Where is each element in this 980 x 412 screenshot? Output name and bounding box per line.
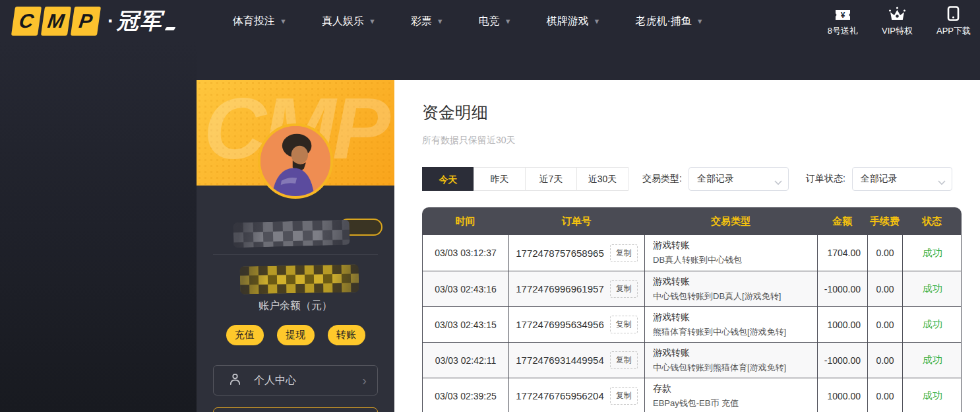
transaction-type-select[interactable]: 全部记录 <box>689 167 789 191</box>
date-range-tabs: 今天 昨天 近7天 近30天 <box>422 167 628 191</box>
order-number: 1772476996961957 <box>516 283 603 294</box>
copy-button[interactable]: 复制 <box>610 316 638 333</box>
table-header-row: 时间 订单号 交易类型 金额 手续费 状态 <box>422 207 962 235</box>
order-number: 1772476931449954 <box>516 355 603 366</box>
nav-item-label: 电竞 <box>479 15 500 28</box>
tab-today[interactable]: 今天 <box>422 167 474 191</box>
status-badge: 成功 <box>903 271 962 306</box>
nav-item-esports[interactable]: 电竞 ▼ <box>479 15 512 28</box>
chevron-down-icon <box>938 177 946 188</box>
cell-amount: -1000.00 <box>818 343 868 378</box>
table-row: 03/03 02:43:15 1772476995634956 复制 游戏转账 … <box>423 306 961 342</box>
logo-letter-box: M <box>41 7 71 36</box>
chevron-down-icon: ▼ <box>594 18 601 25</box>
cell-fee: 0.00 <box>868 378 903 412</box>
cell-type: 游戏转账 DB真人转账到中心钱包 <box>645 235 818 271</box>
column-header-amount: 金额 <box>817 207 867 235</box>
transaction-type: 游戏转账 <box>653 347 809 359</box>
cell-order-no: 1772476996961957 复制 <box>509 271 645 306</box>
nav-item-slots-fishing[interactable]: 老虎机·捕鱼 ▼ <box>635 15 703 28</box>
transaction-type: 游戏转账 <box>653 276 809 288</box>
chevron-down-icon: ▼ <box>505 18 512 25</box>
transaction-detail: 中心钱包转账到DB真人[游戏免转] <box>653 291 809 302</box>
nav-item-label: 体育投注 <box>233 15 275 28</box>
cell-type: 游戏转账 熊猫体育转账到中心钱包[游戏免转] <box>645 307 818 342</box>
sidebar-divider <box>213 254 378 255</box>
brand-logo[interactable]: C M P · 冠军 <box>13 7 175 36</box>
cell-time: 03/03 02:42:11 <box>423 343 509 378</box>
avatar <box>258 123 333 199</box>
copy-button[interactable]: 复制 <box>610 387 638 405</box>
phone-icon <box>947 5 960 21</box>
cell-amount: 1000.00 <box>818 378 868 412</box>
status-badge: 成功 <box>903 378 962 412</box>
table-row: 03/03 03:12:37 1772478757658965 复制 游戏转账 … <box>423 235 961 271</box>
sidebar-item-personal-center[interactable]: 个人中心 › <box>213 365 378 395</box>
page-subtitle: 所有数据只保留近30天 <box>422 135 980 147</box>
chevron-down-icon: ▼ <box>437 18 444 25</box>
order-status-select[interactable]: 全部记录 <box>852 167 952 191</box>
nav-item-label: 老虎机·捕鱼 <box>635 15 691 28</box>
tab-yesterday[interactable]: 昨天 <box>474 167 526 191</box>
table-row: 03/03 02:42:11 1772476931449954 复制 游戏转账 … <box>423 342 961 378</box>
cell-order-no: 1772478757658965 复制 <box>509 235 645 271</box>
cell-order-no: 1772476765956204 复制 <box>509 378 645 412</box>
funds-table: 时间 订单号 交易类型 金额 手续费 状态 03/03 03:12:37 177… <box>422 207 962 412</box>
topbar-actions: ¥ 8号送礼 VIP特权 <box>828 5 971 37</box>
transaction-detail: DB真人转账到中心钱包 <box>653 254 809 266</box>
logo-tail-decoration <box>165 27 176 30</box>
nav-item-lottery[interactable]: 彩票 ▼ <box>411 15 444 28</box>
main-nav-menu: 体育投注 ▼ 真人娱乐 ▼ 彩票 ▼ 电竞 ▼ 棋牌游戏 ▼ 老虎机·捕鱼 ▼ <box>233 15 704 28</box>
select-value: 全部记录 <box>861 173 898 185</box>
logo-letter-box: P <box>71 7 101 36</box>
funds-detail-panel: 资金明细 所有数据只保留近30天 今天 昨天 近7天 近30天 交易类型: 全部… <box>394 80 980 412</box>
vip-privilege-button[interactable]: VIP特权 <box>882 5 913 37</box>
transaction-detail: 中心钱包转账到熊猫体育[游戏免转] <box>653 362 809 374</box>
tab-last-30-days[interactable]: 近30天 <box>576 167 628 191</box>
cell-amount: -1000.00 <box>818 271 868 306</box>
nav-item-label: 棋牌游戏 <box>547 15 589 28</box>
filter-row: 今天 昨天 近7天 近30天 交易类型: 全部记录 订单状态: 全部记录 <box>422 167 980 191</box>
page-left-background <box>0 0 197 412</box>
cell-type: 存款 EBPay钱包-EB币 充值 <box>645 378 818 412</box>
column-header-fee: 手续费 <box>867 207 902 235</box>
sidebar-item-label: 个人中心 <box>254 374 296 388</box>
deposit-button[interactable]: 充值 <box>226 325 264 345</box>
status-badge: 成功 <box>903 343 962 378</box>
status-badge: 成功 <box>903 235 962 271</box>
transaction-type: 存款 <box>653 383 809 395</box>
logo-letter-box: C <box>11 7 42 36</box>
withdraw-button[interactable]: 提现 <box>277 325 315 345</box>
topbar-action-label: 8号送礼 <box>828 25 858 37</box>
topbar-action-label: APP下载 <box>936 25 971 37</box>
cell-fee: 0.00 <box>868 307 903 342</box>
wallet-action-buttons: 充值 提现 转账 <box>197 325 394 345</box>
tab-last-7-days[interactable]: 近7天 <box>525 167 577 191</box>
order-status-label: 订单状态: <box>806 173 845 185</box>
copy-button[interactable]: 复制 <box>610 280 638 298</box>
transaction-type: 游戏转账 <box>653 240 809 252</box>
sidebar-promo-box[interactable] <box>213 407 378 412</box>
copy-button[interactable]: 复制 <box>610 351 638 369</box>
nav-item-label: 彩票 <box>411 15 432 28</box>
cell-order-no: 1772476995634956 复制 <box>509 307 645 342</box>
transaction-detail: EBPay钱包-EB币 充值 <box>653 397 809 409</box>
profile-sidebar: CMP 账户余额（元） 充值 提现 转账 个人中心 › <box>197 80 394 412</box>
column-header-order-no: 订单号 <box>508 207 644 235</box>
logo-brand-name: 冠军 <box>117 7 163 36</box>
table-row: 03/03 02:39:25 1772476765956204 复制 存款 EB… <box>423 378 961 412</box>
column-header-time: 时间 <box>422 207 508 235</box>
app-download-button[interactable]: APP下载 <box>936 5 971 37</box>
nav-item-live-casino[interactable]: 真人娱乐 ▼ <box>322 15 376 28</box>
page-title: 资金明细 <box>422 102 980 123</box>
nav-item-sports[interactable]: 体育投注 ▼ <box>233 15 287 28</box>
nav-item-board-games[interactable]: 棋牌游戏 ▼ <box>547 15 601 28</box>
gift-ticket-icon: ¥ <box>835 5 851 21</box>
transfer-button[interactable]: 转账 <box>328 325 365 345</box>
nav-item-label: 真人娱乐 <box>322 15 364 28</box>
copy-button[interactable]: 复制 <box>610 244 638 262</box>
censored-username <box>233 220 350 248</box>
chevron-down-icon: ▼ <box>696 18 704 25</box>
table-row: 03/03 02:43:16 1772476996961957 复制 游戏转账 … <box>423 271 961 306</box>
gift-day8-button[interactable]: ¥ 8号送礼 <box>828 5 858 37</box>
